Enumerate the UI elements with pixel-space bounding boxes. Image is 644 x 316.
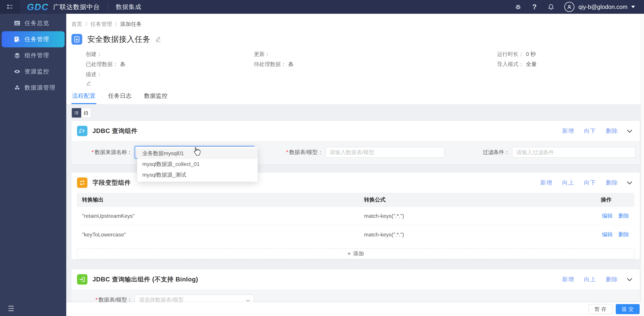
apps-menu-button[interactable]: [0, 0, 20, 14]
dropdown-option[interactable]: mysql数据源_collect_01: [137, 159, 258, 169]
page-title: 安全数据接入任务: [87, 34, 150, 44]
task-type-icon: [72, 34, 82, 45]
sidebar-item-label: 资源监控: [24, 68, 50, 75]
breadcrumb: 首页 / 任务管理 / 添加任务: [72, 14, 640, 28]
task-meta: 创建： 更新： 运行时长：0 秒 已处理数据：条 待处理数据：条 导入模式：全量…: [72, 49, 640, 86]
sidebar-item-resource-monitor[interactable]: 资源监控: [0, 63, 66, 80]
jdbc-output-delete-link[interactable]: 删除: [606, 276, 618, 283]
jdbc-output-move-up-link[interactable]: 向上: [584, 276, 596, 283]
sidebar-item-task-overview[interactable]: 任务总览: [0, 15, 66, 31]
sidebar-item-datasource-management[interactable]: 数据源管理: [0, 80, 66, 96]
list-view-button[interactable]: [72, 108, 81, 118]
transform-delete-link[interactable]: 删除: [606, 179, 618, 186]
table-model-label: 数据表/模型：: [289, 149, 323, 155]
sidebar-item-task-management[interactable]: 任务管理: [2, 31, 64, 47]
import-mode-label: 导入模式：: [497, 61, 524, 67]
transform-move-down-link[interactable]: 向下: [584, 179, 596, 186]
row-delete-link[interactable]: 删除: [618, 231, 629, 238]
header-divider: [108, 3, 108, 10]
row-output: "keyToLowercase": [82, 232, 364, 238]
filter-input[interactable]: [516, 149, 631, 156]
task-title-row: 安全数据接入任务: [72, 34, 640, 45]
processed-label: 已处理数据：: [86, 61, 118, 67]
jdbc-query-card-title: JDBC 查询组件: [92, 127, 138, 135]
table-model-input-wrap: [325, 147, 444, 158]
jdbc-output-add-link[interactable]: 新增: [562, 276, 574, 283]
sidebar-item-label: 组件管理: [24, 52, 50, 59]
jdbc-output-card-title: JDBC 查询输出组件 (不支持 Binlog): [92, 275, 198, 284]
jdbc-query-move-down-link[interactable]: 向下: [584, 127, 596, 135]
user-email[interactable]: qiy-b@glodon.com: [578, 3, 628, 10]
jdbc-output-collapse-icon[interactable]: [627, 276, 632, 281]
row-delete-link[interactable]: 删除: [618, 212, 629, 220]
hexagon-cluster-icon: [14, 84, 21, 91]
output-table-model-label: 数据表/模型：: [98, 297, 132, 303]
help-icon[interactable]: ?: [531, 3, 538, 11]
save-draft-button[interactable]: 暂存: [588, 304, 612, 314]
task-overview-chart-icon: [14, 19, 21, 27]
row-edit-link[interactable]: 编辑: [602, 212, 613, 220]
chevron-down-icon: [246, 298, 250, 302]
datasource-label: 数据来源名称：: [95, 149, 132, 155]
runtime-value: 0 秒: [526, 51, 536, 57]
user-menu-caret-icon[interactable]: [631, 6, 635, 8]
row-formula: match-keys(".*."): [364, 232, 587, 238]
product-name: 广联达数据中台: [53, 3, 100, 11]
table-row: "keyToLowercase" match-keys(".*.") 编辑 删除: [77, 225, 634, 244]
apps-menu-icon: [6, 3, 14, 10]
tab-flow-config[interactable]: 流程配置: [72, 91, 96, 104]
row-edit-link[interactable]: 编辑: [602, 231, 613, 238]
jdbc-query-add-link[interactable]: 新增: [562, 127, 574, 135]
field-transform-card: 字段变型组件 新增 向上 向下 删除 转换输出 转换公式 操作 "retainU…: [72, 173, 640, 259]
col-transform-formula: 转换公式: [364, 196, 587, 203]
user-avatar[interactable]: [564, 2, 574, 12]
row-output: "retainUpstreamKeys": [82, 213, 364, 219]
task-management-edit-icon: [14, 36, 21, 43]
updated-label: 更新：: [254, 51, 270, 57]
app-header: GDC 广联达数据中台 数据集成 ?: [0, 0, 644, 14]
code-view-button[interactable]: {/}: [81, 108, 91, 118]
submit-button[interactable]: 提交: [616, 304, 640, 314]
transform-table-header: 转换输出 转换公式 操作: [77, 193, 634, 207]
edit-description-icon[interactable]: [86, 80, 254, 86]
sidebar: 任务总览 任务管理 组件管理: [0, 14, 66, 316]
col-transform-output: 转换输出: [82, 196, 364, 203]
gdc-logo: GDC: [27, 2, 48, 12]
breadcrumb-home[interactable]: 首页: [72, 20, 82, 28]
breadcrumb-task-management[interactable]: 任务管理: [90, 20, 112, 28]
tab-data-monitor[interactable]: 数据监控: [144, 91, 168, 104]
sidebar-collapse-icon[interactable]: [7, 305, 16, 312]
transform-table: 转换输出 转换公式 操作 "retainUpstreamKeys" match-…: [77, 193, 634, 244]
scrollbar[interactable]: [641, 14, 644, 316]
jdbc-query-delete-link[interactable]: 删除: [606, 127, 618, 135]
transform-move-up-link[interactable]: 向上: [562, 179, 574, 186]
jdbc-output-icon: [77, 274, 88, 285]
description-label: 描述：: [86, 71, 102, 77]
filter-input-wrap: [512, 147, 636, 158]
jdbc-query-collapse-icon[interactable]: [627, 128, 632, 133]
add-transform-label: 添加: [353, 250, 364, 257]
add-transform-button[interactable]: + 添加: [77, 248, 634, 259]
sidebar-item-component-management[interactable]: 组件管理: [0, 47, 66, 63]
flow-config-panel: {/} JDBC 查询组件 新增 向下: [66, 104, 644, 311]
dropdown-option[interactable]: 业务数据mysql01: [137, 148, 258, 159]
header-right: ? qiy-b@glodon.com: [506, 2, 644, 12]
table-model-input[interactable]: [330, 149, 440, 156]
datasource-dropdown: 业务数据mysql01 mysql数据源_collect_01 mysql数据源…: [137, 147, 258, 182]
table-row: "retainUpstreamKeys" match-keys(".*.") 编…: [77, 207, 634, 225]
sidebar-item-label: 数据源管理: [24, 84, 56, 92]
nav-item-data-integration[interactable]: 数据集成: [116, 3, 142, 11]
tab-task-log[interactable]: 任务日志: [108, 91, 132, 104]
eye-icon: [14, 68, 21, 75]
plus-icon: +: [347, 250, 351, 257]
bug-report-icon[interactable]: [514, 3, 522, 11]
tab-bar: 流程配置 任务日志 数据监控: [72, 91, 640, 104]
transform-add-link[interactable]: 新增: [540, 179, 552, 186]
import-mode-value: 全量: [526, 61, 537, 67]
transform-collapse-icon[interactable]: [627, 179, 632, 184]
layers-icon: [14, 52, 21, 59]
edit-title-icon[interactable]: [155, 36, 162, 43]
notification-bell-icon[interactable]: [547, 3, 555, 11]
dropdown-option[interactable]: mysql数据源_测试: [137, 169, 258, 180]
filter-label: 过滤条件：: [483, 149, 510, 155]
